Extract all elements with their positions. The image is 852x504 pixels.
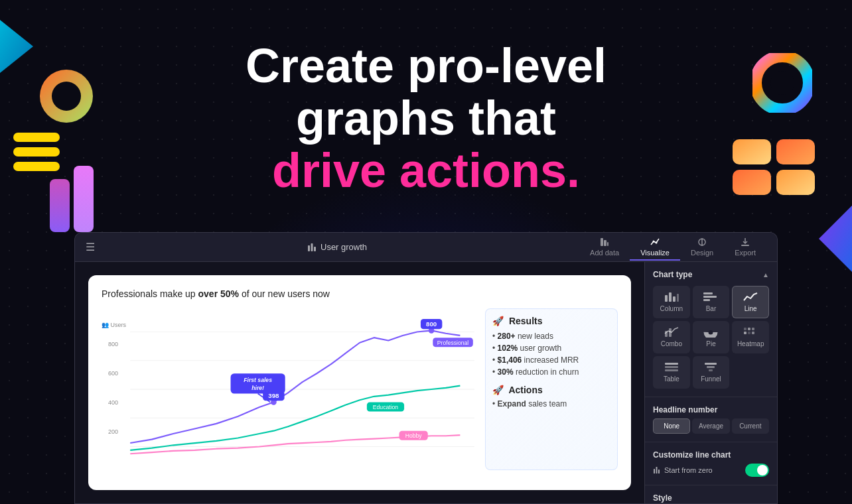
svg-rect-66 [707, 366, 715, 368]
svg-rect-45 [665, 295, 668, 302]
chart-content: 👥 Users 800 600 400 200 [102, 308, 618, 470]
headline-number-buttons: None Average Current [653, 418, 769, 434]
y-label-800: 800 [108, 341, 118, 347]
deco-blue-wedge [0, 20, 33, 73]
start-from-zero-toggle[interactable] [745, 464, 769, 477]
headline-average-btn[interactable]: Average [692, 418, 729, 434]
result-item-0: • 280+ new leads [492, 332, 610, 341]
svg-text:Professional: Professional [437, 340, 469, 346]
chart-type-bar[interactable]: Bar [693, 286, 730, 318]
svg-rect-4 [13, 162, 60, 171]
chart-type-line[interactable]: Line [732, 286, 769, 318]
headline-none-btn[interactable]: None [653, 418, 690, 434]
svg-rect-51 [703, 299, 710, 301]
title-center: User growth [307, 242, 367, 252]
toolbar-design[interactable]: Design [680, 234, 724, 261]
svg-rect-65 [705, 363, 717, 365]
chart-card-title: Professionals make up over 50% of our ne… [102, 288, 618, 299]
hamburger-icon[interactable]: ☰ [86, 241, 95, 253]
chart-type-pie[interactable]: Pie [693, 321, 730, 353]
customize-section: Customize line chart Start from zero [645, 442, 777, 485]
svg-rect-18 [607, 242, 608, 246]
chart-type-heatmap[interactable]: Heatmap [732, 321, 769, 353]
chart-type-funnel[interactable]: Funnel [693, 356, 730, 389]
svg-rect-49 [703, 292, 713, 294]
chart-type-section: Chart type ▲ Column [645, 262, 777, 397]
svg-rect-68 [654, 469, 655, 473]
combo-chart-icon [664, 327, 679, 338]
start-from-zero-row: Start from zero [653, 464, 769, 477]
table-icon [664, 362, 679, 373]
headline-current-btn[interactable]: Current [732, 418, 769, 434]
app-content: Professionals make up over 50% of our ne… [75, 262, 777, 503]
svg-rect-58 [752, 328, 754, 330]
deco-purple-wedge [812, 206, 852, 272]
svg-text:800: 800 [426, 320, 437, 328]
deco-donut-right [752, 53, 812, 113]
svg-rect-17 [604, 240, 606, 246]
chart-type-title: Chart type [653, 270, 692, 279]
svg-rect-60 [748, 332, 750, 334]
svg-rect-46 [669, 292, 672, 302]
svg-rect-47 [673, 296, 675, 302]
svg-text:First sales: First sales [244, 377, 272, 383]
toolbar-add-data[interactable]: Add data [579, 234, 630, 261]
svg-rect-64 [665, 369, 678, 371]
headline-number-title: Headline number [653, 405, 769, 414]
y-label-400: 400 [108, 399, 118, 406]
toolbar-export[interactable]: Export [724, 234, 766, 261]
deco-purple-bars [50, 166, 103, 232]
actions-title: 🚀 Actions [492, 385, 610, 395]
svg-rect-6 [74, 166, 94, 232]
app-window: ☰ User growth Add data [74, 232, 778, 504]
deco-donut-orange [36, 66, 96, 126]
chart-type-header: Chart type ▲ [653, 270, 769, 279]
title-bar-left: ☰ [86, 241, 95, 253]
toolbar-buttons: Add data Visualize Design [579, 234, 766, 261]
svg-rect-12 [776, 170, 815, 195]
hero-line3: drive actions. [194, 145, 658, 197]
svg-rect-50 [703, 296, 717, 298]
bar-chart-icon [703, 292, 718, 302]
chart-results-panel: 🚀 Results • 280+ new leads • 102% user g… [485, 308, 618, 470]
right-panel: Chart type ▲ Column [644, 262, 777, 503]
window-title: User growth [320, 242, 367, 252]
chart-type-grid: Column Bar [653, 286, 769, 389]
svg-rect-23 [741, 245, 749, 246]
svg-point-7 [756, 56, 809, 109]
svg-point-1 [52, 82, 81, 111]
svg-text:hire!: hire! [251, 385, 264, 391]
style-title: Style [653, 493, 769, 503]
add-data-icon [599, 237, 610, 247]
svg-rect-2 [13, 133, 60, 142]
svg-point-55 [709, 330, 713, 334]
svg-rect-70 [658, 470, 660, 473]
design-icon [697, 237, 707, 247]
start-from-zero-icon [653, 466, 661, 474]
chart-type-column[interactable]: Column [653, 286, 690, 318]
y-label-600: 600 [108, 370, 118, 377]
svg-rect-56 [744, 328, 746, 330]
pie-chart-icon [703, 327, 718, 338]
toolbar-visualize[interactable]: Visualize [630, 234, 680, 261]
chart-area: Professionals make up over 50% of our ne… [75, 262, 644, 503]
heatmap-icon [743, 327, 758, 338]
hero-line1: Create pro-level [194, 40, 658, 92]
svg-text:Education: Education [373, 404, 399, 410]
chevron-up-icon: ▲ [762, 271, 769, 279]
svg-rect-59 [744, 332, 746, 334]
svg-rect-48 [677, 294, 679, 302]
chart-type-combo[interactable]: Combo [653, 321, 690, 353]
deco-yellow-lines [13, 133, 60, 172]
funnel-icon [703, 362, 718, 373]
hero-line2: graphs that [194, 92, 658, 145]
svg-rect-16 [601, 238, 603, 246]
style-section: Style Grid lines [645, 485, 777, 503]
chart-type-table[interactable]: Table [653, 356, 690, 389]
svg-rect-61 [752, 332, 754, 334]
deco-orange-grid [733, 139, 819, 199]
customize-title: Customize line chart [653, 450, 769, 460]
line-chart: 800 Professional 398 First sales hir [102, 308, 474, 470]
line-chart-icon [743, 292, 758, 302]
export-icon [740, 237, 750, 247]
